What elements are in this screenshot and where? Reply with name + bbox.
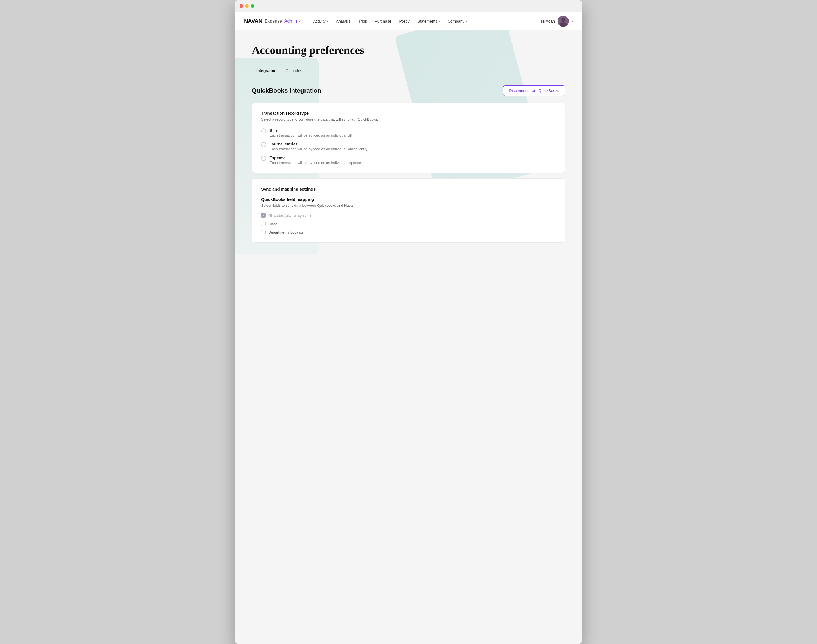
integration-section-title: QuickBooks integration	[252, 87, 321, 94]
nav-item-purchase[interactable]: Purchase	[371, 17, 394, 26]
field-mapping-title: QuickBooks field mapping	[261, 197, 556, 202]
content-area: Accounting preferences Integration GL co…	[235, 30, 582, 644]
company-chevron-icon: ▾	[466, 20, 467, 23]
transaction-card-title: Transaction record type	[261, 111, 556, 115]
tabs-container: Integration GL codes	[252, 66, 565, 77]
radio-expense-label: Expense	[270, 156, 361, 160]
radio-expense[interactable]	[261, 156, 266, 161]
checkbox-department-label: Department / Location	[268, 230, 304, 235]
radio-journal[interactable]	[261, 142, 266, 147]
nav-item-activity[interactable]: Activity ▾	[310, 17, 331, 26]
nav-links: Activity ▾ Analysis Trips Purchase Polic…	[310, 17, 541, 26]
brand-expense: Expense	[265, 19, 282, 24]
transaction-record-card: Transaction record type Select a record …	[252, 103, 565, 173]
minimize-button[interactable]	[245, 4, 249, 8]
avatar[interactable]	[558, 16, 569, 27]
field-mapping-section: QuickBooks field mapping Select fields t…	[261, 197, 556, 235]
brand: NAVAN Expense Admin ▾	[244, 18, 301, 25]
main-content: Accounting preferences Integration GL co…	[235, 30, 582, 644]
integration-section-header: QuickBooks integration Disconnect from Q…	[252, 85, 565, 96]
radio-bills-description: Each transaction will be synced as an in…	[270, 133, 352, 137]
svg-point-1	[561, 18, 565, 22]
activity-chevron-icon: ▾	[327, 20, 328, 23]
maximize-button[interactable]	[251, 4, 254, 8]
nav-analysis-label: Analysis	[336, 19, 351, 23]
svg-point-2	[560, 22, 567, 27]
nav-item-statements[interactable]: Statements ▾	[414, 17, 443, 26]
radio-option-bills: Bills Each transaction will be synced as…	[261, 128, 556, 137]
checkbox-class-label: Class	[268, 222, 277, 226]
radio-expense-content: Expense Each transaction will be synced …	[270, 156, 361, 165]
brand-navan: NAVAN	[244, 18, 262, 25]
close-button[interactable]	[239, 4, 243, 8]
sync-section-title: Sync and mapping settings	[261, 187, 556, 192]
titlebar	[235, 0, 582, 12]
radio-expense-description: Each transaction will be synced as an in…	[270, 161, 361, 165]
radio-journal-label: Journal entries	[270, 142, 367, 146]
page-title: Accounting preferences	[252, 44, 565, 57]
brand-admin: Admin	[284, 19, 297, 24]
navbar-right: Hi Adah ▾	[541, 16, 573, 27]
nav-item-analysis[interactable]: Analysis	[333, 17, 354, 26]
nav-activity-label: Activity	[313, 19, 325, 23]
checkbox-department[interactable]	[261, 230, 265, 235]
radio-bills-label: Bills	[270, 128, 352, 133]
sync-card: Sync and mapping settings QuickBooks fie…	[252, 178, 565, 242]
greeting-text: Hi Adah	[541, 19, 555, 23]
radio-bills[interactable]	[261, 129, 266, 133]
user-chevron-icon[interactable]: ▾	[572, 20, 573, 23]
field-mapping-description: Select fields to sync data between Quick…	[261, 203, 556, 208]
nav-company-label: Company	[448, 19, 464, 23]
nav-item-company[interactable]: Company ▾	[444, 17, 471, 26]
checkbox-gl	[261, 213, 265, 218]
nav-purchase-label: Purchase	[375, 19, 391, 23]
checkbox-gl-label: GL codes (always synced)	[268, 213, 311, 218]
nav-item-trips[interactable]: Trips	[355, 17, 371, 26]
tab-gl-codes[interactable]: GL codes	[281, 66, 307, 77]
nav-item-policy[interactable]: Policy	[396, 17, 413, 26]
radio-option-expense: Expense Each transaction will be synced …	[261, 156, 556, 165]
app-window: NAVAN Expense Admin ▾ Activity ▾ Analysi…	[235, 0, 582, 644]
brand-chevron-icon[interactable]: ▾	[299, 19, 301, 23]
nav-statements-label: Statements	[417, 19, 437, 23]
radio-journal-content: Journal entries Each transaction will be…	[270, 142, 367, 151]
checkbox-option-gl: GL codes (always synced)	[261, 213, 556, 218]
checkbox-class[interactable]	[261, 222, 265, 226]
traffic-lights	[239, 4, 254, 8]
checkbox-option-department: Department / Location	[261, 230, 556, 235]
radio-option-journal: Journal entries Each transaction will be…	[261, 142, 556, 151]
transaction-card-description: Select a record type to configure the da…	[261, 117, 556, 121]
nav-trips-label: Trips	[359, 19, 367, 23]
statements-chevron-icon: ▾	[438, 20, 440, 23]
checkbox-group: GL codes (always synced) Class Departmen…	[261, 213, 556, 235]
tab-integration[interactable]: Integration	[252, 66, 281, 77]
radio-bills-content: Bills Each transaction will be synced as…	[270, 128, 352, 137]
navbar: NAVAN Expense Admin ▾ Activity ▾ Analysi…	[235, 12, 582, 30]
radio-group: Bills Each transaction will be synced as…	[261, 128, 556, 165]
radio-journal-description: Each transaction will be synced as an in…	[270, 147, 367, 151]
nav-policy-label: Policy	[399, 19, 409, 23]
checkbox-option-class: Class	[261, 222, 556, 226]
disconnect-button[interactable]: Disconnect from QuickBooks	[503, 85, 565, 96]
